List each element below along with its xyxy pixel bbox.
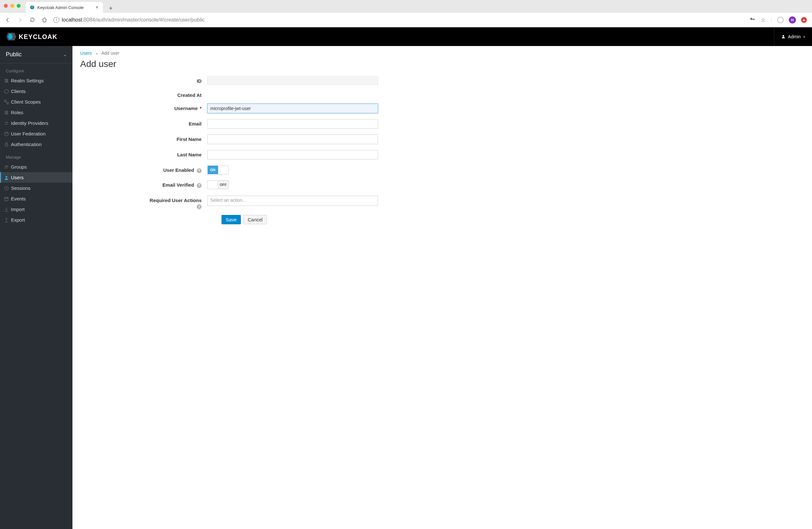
sidebar-item-authentication[interactable]: Authentication (0, 139, 72, 150)
realm-selector[interactable]: Public ⌄ (0, 46, 72, 63)
help-icon[interactable]: ? (197, 204, 202, 209)
svg-point-5 (7, 80, 8, 81)
export-icon (4, 218, 9, 223)
user-icon (4, 175, 9, 180)
cancel-button[interactable]: Cancel (243, 215, 267, 224)
tab-close-icon[interactable]: × (95, 5, 99, 10)
nav-back-button[interactable] (3, 15, 12, 25)
browser-profile-avatar[interactable]: H (789, 16, 796, 24)
svg-point-4 (5, 79, 6, 80)
help-icon[interactable]: ? (197, 168, 202, 173)
password-key-icon[interactable] (750, 16, 755, 23)
sidebar-item-identity-providers[interactable]: Identity Providers (0, 118, 72, 128)
sidebar-item-user-federation[interactable]: User Federation (0, 128, 72, 139)
address-bar[interactable]: i localhost:8084/auth/admin/master/conso… (52, 15, 746, 25)
field-email: Email (80, 119, 396, 129)
exchange-icon (4, 121, 9, 126)
help-icon[interactable]: ? (197, 183, 202, 188)
sliders-icon (4, 78, 9, 83)
sidebar-item-sessions[interactable]: Sessions (0, 183, 72, 193)
field-email-verified: Email Verified ? OFF (80, 180, 396, 190)
input-username[interactable] (207, 104, 378, 113)
user-icon (781, 35, 785, 39)
sidebar-item-clients[interactable]: Clients (0, 86, 72, 97)
field-username: Username * (80, 104, 396, 113)
browser-toolbar-right: ☆ | H (750, 16, 809, 24)
sidebar-item-export[interactable]: Export (0, 215, 72, 225)
user-menu[interactable]: Admin ▾ (774, 27, 812, 46)
sidebar-section-manage: Manage (0, 150, 72, 162)
browser-tab[interactable]: Keycloak Admin Console × (26, 2, 103, 13)
app-header: KEYCLOAK Admin ▾ (0, 27, 812, 46)
select-required-actions[interactable]: Select an action... (207, 196, 378, 206)
input-last-name[interactable] (207, 150, 378, 160)
field-last-name: Last Name (80, 150, 396, 160)
sidebar-item-label: Users (11, 175, 24, 180)
window-controls (4, 4, 20, 8)
toggle-on-label: ON (208, 166, 218, 174)
sidebar-item-label: Authentication (11, 142, 42, 147)
sidebar-item-label: Roles (11, 110, 23, 115)
sidebar-item-users[interactable]: Users (0, 172, 72, 183)
sidebar-item-roles[interactable]: Roles (0, 107, 72, 118)
nav-reload-button[interactable] (28, 15, 37, 25)
svg-rect-10 (5, 144, 8, 146)
sidebar-item-groups[interactable]: Groups (0, 162, 72, 172)
sidebar-item-import[interactable]: Import (0, 204, 72, 215)
nav-forward-button[interactable] (15, 15, 25, 25)
sidebar: Public ⌄ Configure Realm Settings Client… (0, 46, 72, 529)
toggle-handle (218, 166, 229, 174)
label-user-enabled: User Enabled ? (80, 165, 207, 173)
brand-text: KEYCLOAK (19, 33, 57, 41)
bookmark-star-icon[interactable]: ☆ (760, 16, 766, 24)
label-last-name: Last Name (80, 150, 207, 157)
breadcrumb-parent-link[interactable]: Users (80, 50, 92, 56)
user-menu-label: Admin (788, 34, 801, 39)
svg-point-12 (7, 166, 8, 167)
input-email[interactable] (207, 119, 378, 129)
input-first-name[interactable] (207, 134, 378, 144)
label-first-name: First Name (80, 134, 207, 142)
app-body: Public ⌄ Configure Realm Settings Client… (0, 46, 812, 529)
field-user-enabled: User Enabled ? ON (80, 165, 396, 174)
svg-rect-8 (7, 102, 9, 104)
label-email-verified: Email Verified ? (80, 180, 207, 188)
sidebar-item-label: Clients (11, 88, 26, 94)
svg-rect-15 (5, 197, 9, 201)
import-icon (4, 207, 9, 212)
label-required-actions: Required User Actions? (80, 196, 207, 209)
field-created-at: Created At (80, 90, 396, 98)
extension-opera-icon[interactable] (777, 17, 784, 23)
sidebar-item-label: Import (11, 207, 25, 212)
field-id: ID (80, 76, 396, 85)
toggle-handle (208, 180, 218, 189)
url-display: localhost:8084/auth/admin/master/console… (62, 17, 205, 23)
window-close-icon[interactable] (4, 4, 8, 8)
svg-point-11 (5, 165, 6, 167)
svg-point-6 (5, 82, 6, 83)
sidebar-item-client-scopes[interactable]: Client Scopes (0, 97, 72, 107)
save-button[interactable]: Save (221, 215, 241, 224)
sidebar-item-realm-settings[interactable]: Realm Settings (0, 75, 72, 86)
label-created-at: Created At (80, 90, 207, 98)
extension-red-icon[interactable] (801, 17, 807, 23)
window-zoom-icon[interactable] (17, 4, 20, 8)
main-content: Users » Add user Add user ID Created At … (72, 46, 812, 529)
realm-name: Public (6, 51, 21, 58)
label-username: Username * (80, 104, 207, 111)
brand-logo[interactable]: KEYCLOAK (6, 32, 57, 41)
window-minimize-icon[interactable] (10, 4, 14, 8)
sidebar-item-events[interactable]: Events (0, 193, 72, 204)
toggle-email-verified[interactable]: OFF (207, 180, 229, 189)
toggle-user-enabled[interactable]: ON (207, 165, 229, 174)
sidebar-item-label: Groups (11, 164, 27, 170)
url-host: localhost (62, 17, 82, 23)
label-email: Email (80, 119, 207, 127)
group-icon (4, 164, 9, 170)
nav-home-button[interactable] (40, 15, 49, 25)
new-tab-button[interactable]: + (106, 4, 115, 13)
add-user-form: ID Created At Username * Email (80, 76, 396, 224)
lock-icon (4, 142, 9, 147)
browser-chrome: Keycloak Admin Console × + i localhost:8… (0, 0, 812, 27)
site-info-icon[interactable]: i (54, 17, 59, 23)
